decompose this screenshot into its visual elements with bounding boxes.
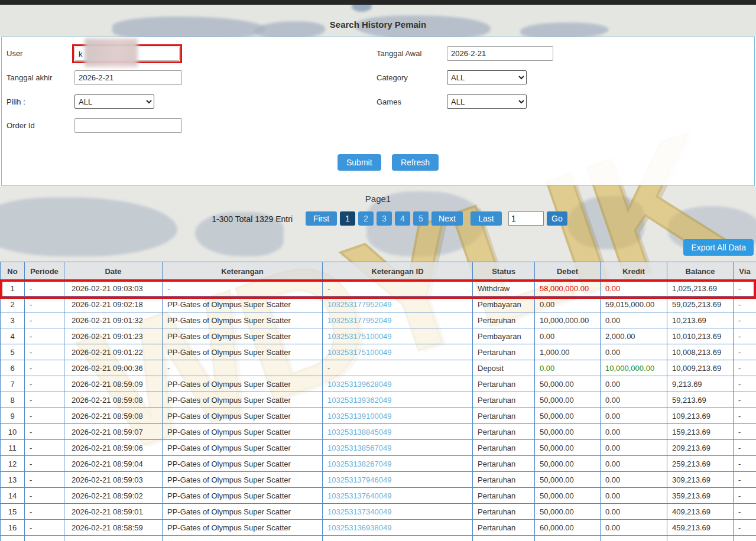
table-row: 16-2026-02-21 08:58:59PP-Gates of Olympu… xyxy=(1,520,756,536)
map-decoration xyxy=(352,5,372,12)
page-button-first[interactable]: First xyxy=(306,211,337,226)
cell-no: 9 xyxy=(1,408,25,424)
cell-date: 2026-02-21 08:59:04 xyxy=(64,456,163,472)
column-header-status: Status xyxy=(473,262,535,281)
tanggal-awal-input[interactable] xyxy=(447,46,553,61)
history-table-section: NoPeriodeDateKeteranganKeterangan IDStat… xyxy=(0,262,756,541)
page-button-3[interactable]: 3 xyxy=(377,211,392,226)
cell-kredit: 0.00 xyxy=(601,504,667,520)
page-button-5[interactable]: 5 xyxy=(413,211,429,226)
cell-via: - xyxy=(734,344,756,360)
cell-no: 8 xyxy=(1,392,25,408)
cell-via xyxy=(734,536,756,541)
cell-keterangan-id[interactable]: 103253175100049 xyxy=(323,328,473,344)
cell-periode: - xyxy=(25,376,64,392)
category-label: Category xyxy=(377,73,408,82)
cell-status: Pertaruhan xyxy=(473,488,535,504)
cell-via: - xyxy=(734,504,756,520)
cell-status: Pertaruhan xyxy=(473,440,535,456)
refresh-button[interactable]: Refresh xyxy=(392,154,439,171)
cell-periode: - xyxy=(25,312,64,328)
page-button-next[interactable]: Next xyxy=(431,211,463,226)
cell-debet: 50,000.00 xyxy=(535,376,601,392)
cell-status: Pertaruhan xyxy=(473,456,535,472)
page-title: Search History Pemain xyxy=(0,19,756,30)
column-header-kredit: Kredit xyxy=(601,262,667,281)
cell-keterangan-id[interactable]: 103253138267049 xyxy=(323,456,473,472)
cell-balance: 359,213.69 xyxy=(667,488,734,504)
cell-via: - xyxy=(734,296,756,312)
cell-via: - xyxy=(734,376,756,392)
page-button-2[interactable]: 2 xyxy=(358,211,374,226)
cell-keterangan-id[interactable]: 103253137340049 xyxy=(323,504,473,520)
cell-keterangan: - xyxy=(163,360,323,376)
cell-kredit: 59,015,000.00 xyxy=(601,296,667,312)
cell-keterangan-id[interactable]: 103253136938049 xyxy=(323,520,473,536)
cell-via: - xyxy=(734,392,756,408)
cell-keterangan-id[interactable]: 103253137946049 xyxy=(323,472,473,488)
cell-debet: 0.00 xyxy=(535,328,601,344)
cell-date: 2026-02-21 08:59:08 xyxy=(64,408,163,424)
submit-button[interactable]: Submit xyxy=(338,154,381,171)
page-button-1[interactable]: 1 xyxy=(340,211,355,226)
pagination-controls: Page1 1-300 Total 1329 Entri First12345N… xyxy=(0,185,756,262)
cell-keterangan-id[interactable]: 103253138845049 xyxy=(323,424,473,440)
cell-keterangan-id[interactable]: 103253177952049 xyxy=(323,312,473,328)
page-button-last[interactable]: Last xyxy=(471,211,502,226)
cell-no: 2 xyxy=(1,296,25,312)
games-select[interactable]: ALL xyxy=(447,94,527,109)
order-id-input[interactable] xyxy=(74,118,182,133)
cell-keterangan-id[interactable]: 103253138567049 xyxy=(323,440,473,456)
cell-via: - xyxy=(734,408,756,424)
cell-keterangan-id[interactable]: 103253139362049 xyxy=(323,392,473,408)
cell-debet: 1,000.00 xyxy=(535,344,601,360)
cell-periode: - xyxy=(25,472,64,488)
cell-keterangan-id[interactable]: 103253139100049 xyxy=(323,408,473,424)
pilih-select[interactable]: ALL xyxy=(74,94,154,109)
cell-no: 13 xyxy=(1,472,25,488)
cell-via: - xyxy=(734,360,756,376)
pilih-label: Pilih : xyxy=(7,97,25,106)
column-header-no: No xyxy=(1,262,25,281)
cell-kredit: 0.00 xyxy=(601,312,667,328)
column-header-keterangan: Keterangan xyxy=(163,262,323,281)
cell-keterangan: PP-Gates of Olympus Super Scatter xyxy=(163,344,323,360)
go-button[interactable]: Go xyxy=(547,211,567,226)
cell-debet: 50,000.00 xyxy=(535,504,601,520)
table-row: 13-2026-02-21 08:59:03PP-Gates of Olympu… xyxy=(1,472,756,488)
cell-via: - xyxy=(734,328,756,344)
cell-kredit: 0.00 xyxy=(601,472,667,488)
cell-kredit xyxy=(601,536,667,541)
cell-status: Pertaruhan xyxy=(473,472,535,488)
cell-no: 6 xyxy=(1,360,25,376)
cell-status: Withdraw xyxy=(473,281,535,296)
cell-periode: - xyxy=(25,440,64,456)
cell-keterangan: PP-Gates of Olympus Super Scatter xyxy=(163,424,323,440)
category-select[interactable]: ALL xyxy=(447,70,527,84)
cell-date: 2026-02-21 09:01:22 xyxy=(64,344,163,360)
export-all-data-button[interactable]: Export All Data xyxy=(683,239,754,256)
cell-keterangan-id[interactable]: 103253177952049 xyxy=(323,296,473,312)
cell-debet: 50,000.00 xyxy=(535,408,601,424)
search-form-panel: User Tanggal akhir Pilih : ALL Order Id … xyxy=(1,37,755,185)
cell-kredit: 0.00 xyxy=(601,440,667,456)
cell-status: Deposit xyxy=(473,360,535,376)
cell-keterangan-id[interactable]: 103253175100049 xyxy=(323,344,473,360)
table-row: 12-2026-02-21 08:59:04PP-Gates of Olympu… xyxy=(1,456,756,472)
column-header-keterangan-id: Keterangan ID xyxy=(323,262,473,281)
cell-kredit: 0.00 xyxy=(601,392,667,408)
cell-keterangan: PP-Gates of Olympus Super Scatter xyxy=(163,440,323,456)
cell-kredit: 0.00 xyxy=(601,488,667,504)
cell-kredit: 0.00 xyxy=(601,456,667,472)
cell-status: Pembayaran xyxy=(473,328,535,344)
cell-keterangan-id[interactable]: 103253137640049 xyxy=(323,488,473,504)
page-button-4[interactable]: 4 xyxy=(395,211,410,226)
cell-keterangan-id[interactable]: 103253139628049 xyxy=(323,376,473,392)
tanggal-akhir-input[interactable] xyxy=(74,70,182,85)
cell-no: 15 xyxy=(1,504,25,520)
cell-via: - xyxy=(734,456,756,472)
cell-balance: 10,009,213.69 xyxy=(667,360,734,376)
cell-debet: 50,000.00 xyxy=(535,392,601,408)
cell-status: Pertaruhan xyxy=(473,520,535,536)
goto-page-input[interactable] xyxy=(508,211,544,226)
